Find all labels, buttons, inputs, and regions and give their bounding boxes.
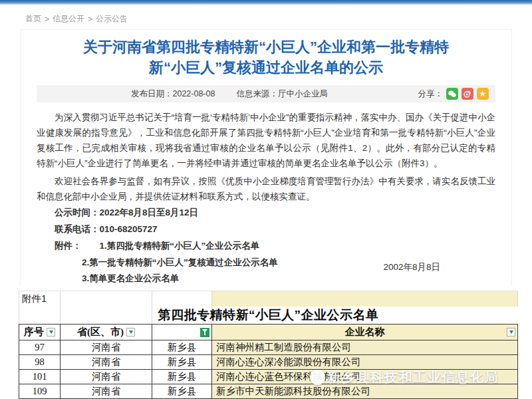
header-province-label: 省(区、市) xyxy=(77,326,124,338)
article-body: 为深入贯彻习近平总书记关于“培育一批‘专精特新’中小企业”的重要指示精神，落实中… xyxy=(37,110,495,204)
weibo-icon[interactable] xyxy=(462,88,473,100)
table-row: 97 河南省 新乡县 河南神州精工制造股份有限公司 xyxy=(19,340,518,355)
article-container: 关于河南省第四批专精特新“小巨人”企业和第一批专精特 新“小巨人”复核通过企业名… xyxy=(20,29,512,286)
sheet-title-row: 第四批专精特新“小巨人”企业公示名单 xyxy=(19,307,518,324)
cell-company: 河南神州精工制造股份有限公司 xyxy=(211,340,518,355)
star-favorite-icon[interactable]: ★ xyxy=(477,88,489,100)
cell-no: 109 xyxy=(19,384,60,399)
breadcrumb-separator: > xyxy=(88,15,92,24)
contact-phone-line: 联系电话：010-68205727 xyxy=(37,221,495,237)
cell-no: 98 xyxy=(19,355,60,370)
cell-province: 河南省 xyxy=(60,370,152,384)
breadcrumb-separator: > xyxy=(45,15,49,24)
publish-date: 发布日期：2022-08-08 xyxy=(131,88,215,100)
cell-province: 河南省 xyxy=(60,340,152,355)
filter-dropdown-company-icon[interactable] xyxy=(507,328,515,336)
top-nav-bottom-strip xyxy=(0,0,532,5)
filter-dropdown-no-icon[interactable] xyxy=(47,328,55,336)
info-source: 信息来源：厅中小企业局 xyxy=(236,88,328,100)
public-time-line: 公示时间：2022年8月8日至8月12日 xyxy=(37,205,495,221)
table-row: 98 河南省 新乡县 河南心连心深冷能源股份有限公司 xyxy=(19,355,518,370)
page-title: 关于河南省第四批专精特新“小巨人”企业和第一批专精特 新“小巨人”复核通过企业名… xyxy=(21,30,511,84)
page-title-line2: 新“小巨人”复核通过企业名单的公示 xyxy=(57,57,475,78)
cell-province: 河南省 xyxy=(60,355,152,370)
cell-no: 101 xyxy=(19,370,60,384)
breadcrumb-info-disclosure[interactable]: 信息公开 xyxy=(53,13,84,25)
attachments-label: 附件： xyxy=(37,238,82,254)
header-cell-company: 企业名称 xyxy=(211,324,518,340)
cell-county: 新乡县 xyxy=(152,370,211,384)
table-row: 101 河南省 新乡县 河南心连心蓝色环保科技有限公司 xyxy=(19,370,518,384)
attachments-line-1: 附件： 1.第四批专精特新“小巨人”企业公示名单 xyxy=(37,238,495,254)
cell-company: 河南心连心蓝色环保科技有限公司 xyxy=(211,370,518,384)
breadcrumb-home[interactable]: 首页 xyxy=(25,13,41,25)
sheet-label: 附件1 xyxy=(19,291,60,307)
cell-province: 河南省 xyxy=(60,384,152,399)
info-source-value: 厅中小企业局 xyxy=(278,89,328,98)
page-title-line1: 关于河南省第四批专精特新“小巨人”企业和第一批专精特 xyxy=(57,37,475,57)
filter-active-funnel-icon[interactable] xyxy=(200,328,209,337)
header-no-label: 序号 xyxy=(24,326,44,338)
paragraph-intro: 为深入贯彻习近平总书记关于“培育一批‘专精特新’中小企业”的重要指示精神，落实中… xyxy=(37,110,495,171)
cell-company: 新乡市中天新能源科技股份有限公司 xyxy=(211,384,518,399)
header-cell-no: 序号 xyxy=(19,324,60,340)
cell-county: 新乡县 xyxy=(152,355,211,370)
share-bar: 分享： ★ xyxy=(418,88,489,100)
header-company-label: 企业名称 xyxy=(345,326,385,338)
share-label: 分享： xyxy=(418,88,444,100)
publish-date-label: 发布日期： xyxy=(131,89,173,98)
sheet-label-row: 附件1 xyxy=(19,291,518,307)
cell-no: 97 xyxy=(19,340,60,355)
filter-dropdown-province-icon[interactable] xyxy=(126,328,135,336)
table-row: 109 河南省 新乡县 新乡市中天新能源科技股份有限公司 xyxy=(19,384,518,399)
sheet-title: 第四批专精特新“小巨人”企业公示名单 xyxy=(19,307,518,324)
wechat-icon[interactable] xyxy=(446,88,458,100)
article-meta-bar: 发布日期：2022-08-08 信息来源：厅中小企业局 分享： ★ xyxy=(37,85,495,102)
publish-date-value: 2022-08-08 xyxy=(173,89,215,98)
cell-company: 河南心连心深冷能源股份有限公司 xyxy=(211,355,518,370)
paragraph-feedback: 欢迎社会各界参与监督，如有异议，按照《优质中小企业梯度培育管理暂行办法》中有关要… xyxy=(37,174,495,204)
attachment1-spreadsheet: 附件1 第四批专精特新“小巨人”企业公示名单 序号 省(区、市) 企业名称 xyxy=(19,291,518,399)
breadcrumb-announcements[interactable]: 公示公告 xyxy=(96,13,128,25)
info-source-label: 信息来源： xyxy=(236,89,278,98)
header-cell-province: 省(区、市) xyxy=(60,324,152,340)
signature-date: 2002年8月8日 xyxy=(383,261,440,273)
cell-county: 新乡县 xyxy=(152,340,211,355)
sheet-header-row: 序号 省(区、市) 企业名称 xyxy=(19,324,518,340)
attachment-item-1[interactable]: 1.第四批专精特新“小巨人”企业公示名单 xyxy=(82,238,260,254)
breadcrumb: 首页 > 信息公开 > 公示公告 xyxy=(25,13,532,25)
header-cell-county xyxy=(152,324,211,340)
cell-county: 新乡县 xyxy=(152,384,211,399)
